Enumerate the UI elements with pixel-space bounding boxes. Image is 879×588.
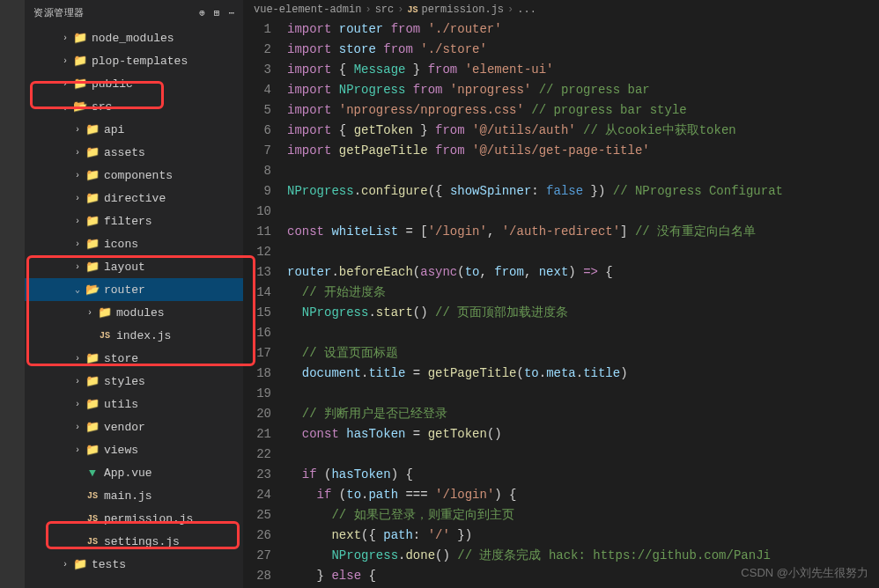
code-line[interactable]: router.beforeEach(async(to, from, next) … [287, 262, 879, 283]
code-line[interactable]: import 'nprogress/nprogress.css' // prog… [287, 100, 879, 121]
chevron-icon[interactable]: ⌄ [70, 284, 85, 295]
chevron-icon[interactable]: › [70, 239, 85, 249]
code-line[interactable]: // 如果已登录，则重定向到主页 [287, 505, 879, 526]
tree-file[interactable]: ▼App.vue [25, 461, 243, 484]
code-area[interactable]: 1234567891011121314151617181920212223242… [243, 19, 879, 588]
code-line[interactable] [287, 323, 879, 343]
tree-folder[interactable]: ⌄📂router [25, 278, 243, 301]
code-line[interactable]: const hasToken = getToken() [287, 424, 879, 445]
chevron-icon[interactable]: › [70, 194, 85, 203]
tree-folder[interactable]: ›📁filters [25, 209, 243, 232]
tree-folder[interactable]: ›📁public [25, 72, 243, 95]
code-line[interactable]: // 设置页面标题 [287, 343, 879, 364]
line-number: 12 [243, 242, 271, 262]
chevron-icon[interactable]: › [70, 423, 85, 432]
chevron-right-icon: › [365, 4, 371, 16]
chevron-icon[interactable]: › [70, 171, 85, 180]
chevron-icon[interactable]: › [58, 33, 72, 43]
tree-file[interactable]: JSpermission.js [25, 507, 243, 530]
code-line[interactable]: import getPageTitle from '@/utils/get-pa… [287, 141, 879, 161]
tree-folder[interactable]: ›📁components [25, 164, 243, 187]
line-number: 23 [243, 465, 271, 485]
file-tree[interactable]: ›📁node_modules›📁plop-templates›📁public⌄📂… [25, 25, 243, 588]
code-line[interactable]: NProgress.done() // 进度条完成 hack: https://… [287, 546, 879, 566]
breadcrumb-part[interactable]: vue-element-admin [254, 4, 361, 16]
code-line[interactable]: next({ path: '/' }) [287, 526, 879, 546]
chevron-icon[interactable]: ⌄ [58, 101, 72, 112]
code-line[interactable]: // 开始进度条 [287, 283, 879, 303]
chevron-icon[interactable]: › [70, 217, 85, 226]
chevron-icon[interactable]: › [70, 445, 85, 455]
line-number: 13 [243, 262, 271, 283]
folder-icon: 📁 [72, 557, 88, 571]
js-icon: JS [85, 537, 100, 547]
tree-file[interactable]: JSindex.js [25, 324, 243, 347]
chevron-icon[interactable]: › [83, 308, 97, 318]
tree-item-label: src [92, 100, 112, 114]
folder-icon: 📁 [85, 420, 100, 434]
code-content[interactable]: import router from './router'import stor… [287, 19, 879, 588]
chevron-icon[interactable]: › [58, 56, 72, 66]
code-line[interactable] [287, 242, 879, 262]
chevron-icon[interactable]: › [58, 560, 72, 570]
breadcrumb[interactable]: vue-element-admin › src › JS permission.… [243, 0, 879, 19]
code-line[interactable]: NProgress.configure({ showSpinner: false… [287, 181, 879, 202]
line-number: 6 [243, 121, 271, 141]
tree-folder[interactable]: ›📁plop-templates [25, 49, 243, 72]
chevron-icon[interactable]: › [70, 354, 85, 364]
new-file-icon[interactable]: ⊕ [199, 7, 205, 18]
new-folder-icon[interactable]: ⊞ [214, 7, 220, 18]
tree-folder[interactable]: ›📁layout [25, 255, 243, 278]
more-icon[interactable]: ⋯ [228, 7, 234, 18]
breadcrumb-part[interactable]: src [375, 4, 395, 16]
code-line[interactable]: // 判断用户是否已经登录 [287, 404, 879, 424]
tree-folder[interactable]: ›📁assets [25, 141, 243, 164]
code-line[interactable]: import NProgress from 'nprogress' // pro… [287, 80, 879, 100]
line-number: 21 [243, 424, 271, 445]
code-line[interactable]: import { getToken } from '@/utils/auth' … [287, 121, 879, 141]
tree-folder[interactable]: ›📁api [25, 118, 243, 141]
tree-folder[interactable]: ›📁styles [25, 370, 243, 393]
code-line[interactable] [287, 445, 879, 465]
tree-folder[interactable]: ›📁utils [25, 393, 243, 415]
tree-folder[interactable]: ›📁icons [25, 232, 243, 255]
folder-icon: 📁 [85, 443, 100, 457]
tree-file[interactable]: JSmain.js [25, 484, 243, 507]
code-line[interactable]: import store from './store' [287, 40, 879, 60]
tree-folder[interactable]: ›📁vendor [25, 415, 243, 438]
code-line[interactable]: NProgress.start() // 页面顶部加载进度条 [287, 303, 879, 323]
tree-item-label: assets [104, 146, 145, 159]
tree-folder[interactable]: ›📁views [25, 438, 243, 461]
code-line[interactable] [287, 384, 879, 404]
breadcrumb-part[interactable]: permission.js [421, 4, 504, 16]
code-line[interactable]: document.title = getPageTitle(to.meta.ti… [287, 364, 879, 384]
tree-folder[interactable]: ›📁directive [25, 187, 243, 209]
chevron-icon[interactable]: › [70, 262, 85, 272]
tree-folder[interactable]: ›📁store [25, 347, 243, 370]
tree-folder[interactable]: ⌄📂src [25, 95, 243, 118]
chevron-icon[interactable]: › [70, 400, 85, 409]
code-line[interactable] [287, 161, 879, 181]
code-line[interactable]: if (to.path === '/login') { [287, 485, 879, 505]
tree-folder[interactable]: ›📁node_modules [25, 26, 243, 49]
code-line[interactable]: if (hasToken) { [287, 465, 879, 485]
chevron-icon[interactable]: › [58, 79, 72, 89]
chevron-icon[interactable]: › [70, 148, 85, 158]
tree-item-label: permission.js [104, 512, 193, 526]
code-line[interactable]: const whiteList = ['/login', '/auth-redi… [287, 222, 879, 242]
activity-bar[interactable] [0, 0, 25, 588]
tree-item-label: utils [104, 398, 138, 411]
code-line[interactable]: import { Message } from 'element-ui' [287, 60, 879, 80]
breadcrumb-part[interactable]: ... [517, 4, 536, 16]
code-line[interactable] [287, 202, 879, 222]
chevron-icon[interactable]: › [70, 377, 85, 386]
tree-folder[interactable]: ›📁modules [25, 301, 243, 324]
tree-file[interactable]: JSsettings.js [25, 530, 243, 553]
chevron-icon[interactable]: › [70, 125, 85, 135]
folder-icon: 📁 [85, 191, 100, 205]
chevron-right-icon: › [397, 4, 403, 16]
code-line[interactable]: import router from './router' [287, 19, 879, 40]
tree-item-label: App.vue [104, 467, 152, 480]
tree-folder[interactable]: ›📁tests [25, 553, 243, 576]
tree-item-label: directive [104, 192, 166, 205]
